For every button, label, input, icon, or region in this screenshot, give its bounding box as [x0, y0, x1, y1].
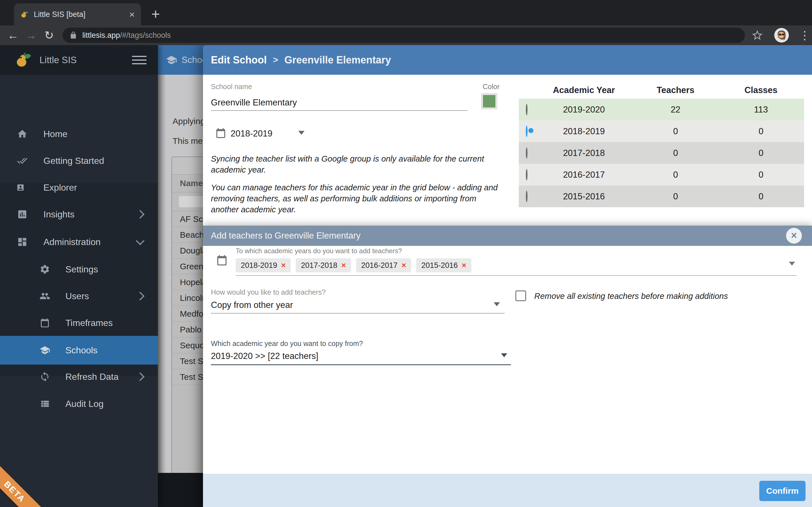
- graduation-cap-icon: [40, 345, 50, 355]
- year-chips: 2018-2019× 2017-2018× 2016-2017× 2015-20…: [236, 258, 471, 272]
- chevron-down-icon: [136, 236, 144, 245]
- browser-menu-icon[interactable]: ⋮: [799, 29, 808, 42]
- sidebar-item-schools[interactable]: Schools: [0, 336, 158, 364]
- table-row[interactable]: 2016-2017 0 0: [519, 164, 804, 185]
- add-teachers-header: Add teachers to Greenville Elementary: [203, 226, 812, 246]
- sidebar: Little SIS Home Getting Started Explorer…: [0, 45, 158, 507]
- sidebar-item-settings[interactable]: Settings: [0, 256, 158, 283]
- forward-button[interactable]: →: [22, 29, 40, 42]
- color-picker[interactable]: [481, 93, 497, 109]
- sidebar-item-home[interactable]: Home: [0, 120, 158, 148]
- manage-info-paragraph: You can manage teachers for this academi…: [211, 182, 506, 215]
- home-icon: [17, 128, 27, 139]
- pear-favicon-icon: [20, 10, 29, 19]
- modal-title: Edit School: [211, 54, 267, 66]
- sync-icon: [40, 372, 50, 382]
- dropdown-arrow-icon[interactable]: [501, 353, 507, 357]
- school-name-underline: [211, 110, 467, 111]
- calendar-icon: [216, 253, 228, 267]
- hamburger-menu-icon[interactable]: [132, 53, 147, 67]
- sync-info-paragraph: Syncing the teacher list with a Google g…: [211, 153, 506, 175]
- browser-tab[interactable]: Little SIS [beta] ×: [14, 3, 141, 25]
- table-row[interactable]: 2019-2020 22 113: [519, 99, 804, 120]
- back-button[interactable]: ←: [4, 29, 22, 42]
- years-underline: [236, 275, 797, 276]
- edit-school-header: Edit School > Greenville Elementary: [203, 45, 812, 75]
- background-text-line1: Applying: [173, 116, 205, 126]
- year-chip[interactable]: 2016-2017×: [356, 258, 411, 272]
- sidebar-item-users[interactable]: Users: [0, 283, 158, 309]
- dropdown-arrow-icon[interactable]: [789, 262, 795, 266]
- modal-school-name: Greenville Elementary: [285, 54, 391, 66]
- year-chip[interactable]: 2015-2016×: [416, 258, 471, 272]
- radio-button[interactable]: [526, 190, 527, 202]
- year-chip[interactable]: 2018-2019×: [236, 258, 291, 272]
- school-name-label: School name: [211, 82, 252, 91]
- remove-existing-label: Remove all existing teachers before maki…: [534, 292, 728, 301]
- table-row[interactable]: 2015-2016 0 0: [519, 185, 804, 207]
- color-label: Color: [483, 82, 500, 91]
- which-label: Which academic year do you want to copy …: [211, 339, 363, 348]
- browser-toolbar: ← → ↻ littlesis.app/#/tags/schools ⋮: [0, 25, 812, 45]
- remove-chip-icon[interactable]: ×: [281, 261, 286, 270]
- years-question-label: To which academic years do you want to a…: [236, 247, 402, 255]
- little-sis-logo-icon: [15, 51, 32, 69]
- remove-chip-icon[interactable]: ×: [462, 261, 466, 270]
- radio-button[interactable]: [526, 169, 527, 180]
- remove-chip-icon[interactable]: ×: [402, 261, 406, 270]
- profile-avatar[interactable]: [774, 28, 789, 43]
- graduation-cap-icon: [166, 54, 177, 66]
- screen: Schools Applying This mea Name AF Schol …: [0, 0, 812, 507]
- gear-icon: [40, 264, 50, 275]
- col-teachers: Teachers: [633, 85, 718, 95]
- reload-button[interactable]: ↻: [40, 29, 58, 42]
- dialog-title: Add teachers to Greenville Elementary: [211, 231, 361, 241]
- how-underline: [211, 313, 505, 314]
- close-icon[interactable]: ×: [786, 228, 802, 244]
- radio-button[interactable]: [526, 147, 527, 159]
- radio-button-selected[interactable]: [526, 125, 527, 137]
- how-label: How would you like to add teachers?: [211, 288, 326, 296]
- dropdown-arrow-icon[interactable]: [494, 302, 500, 306]
- school-name-input[interactable]: Greenville Elementary: [211, 98, 297, 108]
- which-underline: [211, 364, 511, 365]
- which-select[interactable]: 2019-2020 >> [22 teachers]: [211, 351, 318, 361]
- sidebar-item-refresh-data[interactable]: Refresh Data: [0, 363, 158, 390]
- new-tab-button[interactable]: +: [147, 5, 165, 23]
- sidebar-item-explorer[interactable]: Explorer: [0, 174, 158, 201]
- calendar-icon: [215, 126, 227, 140]
- sidebar-item-administration[interactable]: Administration: [0, 228, 158, 256]
- breadcrumb-separator: >: [273, 55, 278, 65]
- browser-tab-strip: Little SIS [beta] × +: [0, 0, 812, 25]
- dialog-footer: Confirm: [203, 474, 812, 507]
- bookmark-star-icon[interactable]: [751, 29, 763, 42]
- list-icon: [40, 398, 50, 409]
- url-path: /#/tags/schools: [120, 31, 171, 40]
- remove-chip-icon[interactable]: ×: [341, 261, 346, 270]
- table-row[interactable]: 2018-2019 0 0: [519, 120, 804, 142]
- calendar-icon: [40, 318, 50, 328]
- year-chip[interactable]: 2017-2018×: [296, 258, 351, 272]
- people-icon: [40, 291, 50, 301]
- done-all-icon: [17, 155, 27, 166]
- chevron-right-icon: [136, 372, 144, 381]
- radio-button[interactable]: [526, 104, 527, 115]
- chevron-right-icon: [136, 210, 144, 219]
- sidebar-item-insights[interactable]: Insights: [0, 201, 158, 228]
- url-bar[interactable]: littlesis.app/#/tags/schools: [63, 27, 745, 43]
- color-swatch: [483, 95, 496, 107]
- sidebar-item-timeframes[interactable]: Timeframes: [0, 309, 158, 336]
- confirm-button[interactable]: Confirm: [759, 481, 806, 501]
- table-row[interactable]: 2017-2018 0 0: [519, 142, 804, 164]
- brand-title: Little SIS: [40, 55, 132, 65]
- close-tab-icon[interactable]: ×: [129, 10, 135, 19]
- sidebar-item-getting-started[interactable]: Getting Started: [0, 147, 158, 174]
- academic-year-select[interactable]: 2018-2019: [231, 128, 272, 139]
- table-header-row: Academic Year Teachers Classes: [519, 82, 804, 99]
- sidebar-item-audit-log[interactable]: Audit Log: [0, 390, 158, 417]
- how-select[interactable]: Copy from other year: [211, 300, 293, 310]
- dropdown-arrow-icon[interactable]: [298, 131, 304, 135]
- url-host: littlesis.app: [82, 31, 120, 40]
- bar-chart-icon: [17, 209, 27, 220]
- remove-existing-checkbox[interactable]: [515, 290, 526, 301]
